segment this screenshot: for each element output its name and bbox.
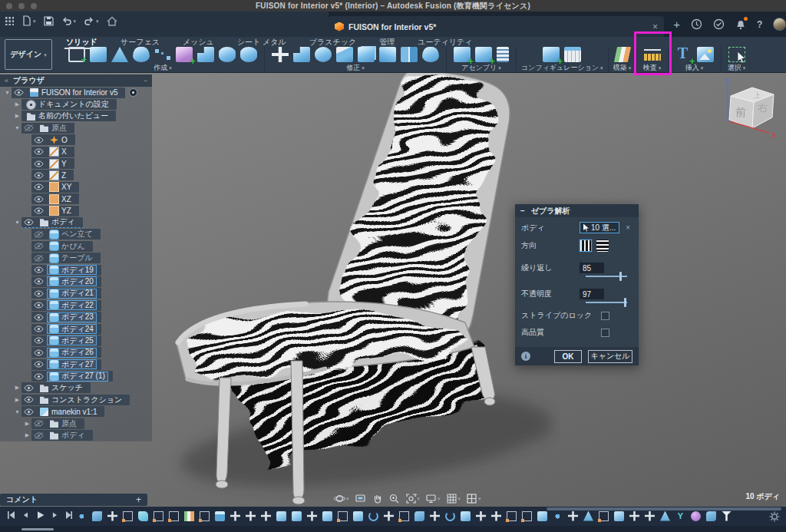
viewcube-right-label[interactable]: 右 — [758, 102, 768, 114]
add-comment-icon[interactable]: + — [136, 494, 141, 505]
insert-canvas-icon[interactable] — [697, 47, 714, 62]
timeline-feature-triangle-icon[interactable] — [660, 511, 670, 521]
line-icon[interactable] — [154, 47, 171, 62]
comment-bar[interactable]: コメント + — [0, 494, 147, 506]
timeline-feature-sketch-icon[interactable] — [338, 511, 348, 521]
visibility-eye-off-icon[interactable] — [34, 255, 44, 262]
opacity-slider[interactable] — [586, 298, 627, 307]
tree-chevron-icon[interactable]: ▶ — [23, 421, 31, 427]
visibility-eye-icon[interactable] — [34, 196, 44, 203]
file-menu-button[interactable]: ▾ — [21, 15, 36, 26]
clear-selection-icon[interactable]: × — [626, 223, 630, 232]
timeline-feature-spin-icon[interactable] — [368, 511, 378, 521]
browser-tree-item[interactable]: XY — [0, 181, 152, 193]
chair-model[interactable] — [130, 73, 560, 507]
pipe-icon[interactable] — [240, 47, 257, 62]
tree-chevron-icon[interactable]: ▶ — [13, 397, 21, 403]
browser-tree-item[interactable]: ▼manekin v1:1 — [0, 406, 152, 418]
browser-tree-item[interactable]: YZ — [0, 205, 152, 216]
visibility-eye-icon[interactable] — [34, 290, 44, 297]
ribbon-tab[interactable]: メッシュ — [181, 37, 216, 48]
dialog-header[interactable]: − ゼブラ解析 — [515, 204, 639, 217]
info-icon[interactable]: i — [521, 352, 530, 361]
browser-tree-item[interactable]: ボディ21 — [0, 288, 152, 299]
timeline-feature-cube-icon[interactable] — [322, 511, 332, 521]
repeat-slider[interactable] — [586, 272, 627, 281]
browser-tree-item[interactable]: Y — [0, 157, 152, 169]
visibility-eye-off-icon[interactable] — [24, 124, 34, 131]
timeline-feature-form-icon[interactable] — [414, 511, 424, 521]
orbit-icon[interactable]: ▾ — [334, 493, 349, 504]
job-status-icon[interactable] — [713, 18, 725, 30]
ribbon-tab[interactable]: サーフェス — [119, 37, 161, 48]
visibility-eye-icon[interactable] — [24, 219, 34, 226]
timeline-feature-move-icon[interactable] — [246, 511, 256, 521]
replace-face-icon[interactable] — [379, 47, 396, 62]
new-component-icon[interactable] — [454, 47, 471, 62]
step-forward-icon[interactable] — [50, 511, 59, 520]
browser-collapse-icon[interactable]: « — [5, 77, 8, 84]
timeline-feature-move-icon[interactable] — [307, 511, 317, 521]
ribbon-tab[interactable]: プラスチック — [308, 37, 358, 48]
body-selection-chip[interactable]: 10 選... — [580, 222, 619, 233]
opacity-slider-thumb[interactable] — [624, 298, 626, 307]
browser-tree-item[interactable]: ボディ20 — [0, 276, 152, 287]
lock-stripes-checkbox[interactable] — [601, 312, 609, 320]
box-icon[interactable] — [90, 47, 107, 62]
browser-tree-item[interactable]: ボディ23 — [0, 311, 152, 322]
dialog-collapse-icon[interactable]: − — [520, 207, 525, 215]
construction-plane-icon[interactable] — [613, 47, 630, 62]
timeline-feature-move-icon[interactable] — [491, 511, 501, 521]
home-icon[interactable] — [107, 16, 117, 26]
visibility-eye-off-icon[interactable] — [34, 432, 44, 439]
timeline-feature-move-icon[interactable] — [476, 511, 486, 521]
skip-end-icon[interactable] — [64, 511, 74, 520]
viewports-icon[interactable]: ▾ — [466, 493, 481, 504]
display-settings-icon[interactable]: ▾ — [425, 493, 441, 504]
ribbon-group-label[interactable]: 構築▾ — [613, 63, 632, 73]
mac-close-button[interactable] — [6, 3, 12, 9]
viewcube-top-label[interactable]: 上 — [754, 91, 761, 99]
document-tab[interactable]: FUISON for Interior v5* × — [329, 16, 664, 37]
browser-tree-item[interactable]: ▶名前の付いたビュー — [0, 111, 152, 122]
tree-chevron-icon[interactable]: ▶ — [13, 113, 21, 119]
browser-tree-item[interactable]: テーブル — [0, 252, 152, 263]
model-viewport[interactable]: 前 右 上 Z X « ブラウザ − ▼FUISON for Interior … — [0, 73, 786, 507]
new-tab-button[interactable]: + — [673, 18, 680, 31]
tree-chevron-icon[interactable]: ▼ — [13, 125, 21, 131]
tree-chevron-icon[interactable]: ▶ — [23, 432, 31, 438]
timeline-scroll-thumb[interactable] — [21, 528, 54, 530]
visibility-eye-icon[interactable] — [34, 183, 44, 190]
create-sketch-icon[interactable] — [68, 47, 85, 62]
shell-icon[interactable] — [336, 47, 353, 62]
visibility-eye-icon[interactable] — [34, 278, 44, 285]
ribbon-tab[interactable]: シート メタル — [236, 37, 288, 48]
browser-tree-item[interactable]: ボディ27 (1) — [0, 370, 152, 382]
timeline-settings-gear-icon[interactable] — [769, 511, 780, 522]
cone-icon[interactable] — [111, 47, 128, 62]
timeline-feature-form-icon[interactable] — [92, 511, 102, 521]
view-cube[interactable]: 前 右 上 Z X — [715, 78, 784, 145]
timeline-feature-form-icon[interactable] — [706, 511, 716, 521]
extensions-icon[interactable] — [691, 18, 702, 30]
ribbon-tab[interactable]: 管理 — [378, 37, 396, 48]
browser-minimize-icon[interactable]: − — [144, 77, 147, 84]
notifications-bell-icon[interactable] — [735, 18, 746, 30]
viewcube-front-label[interactable]: 前 — [735, 106, 746, 118]
timeline-feature-sketch-icon[interactable] — [522, 511, 532, 521]
visibility-eye-icon[interactable] — [24, 396, 34, 403]
timeline-feature-move-icon[interactable] — [629, 511, 639, 521]
zoom-icon[interactable] — [388, 493, 400, 504]
workspace-selector[interactable]: デザイン ▾ — [5, 39, 52, 70]
split-body-icon[interactable] — [401, 47, 418, 62]
ribbon-tab[interactable]: ユーティリティ — [416, 37, 474, 48]
browser-tree-item[interactable]: ボディ25 — [0, 335, 152, 346]
timeline-feature-sphere-icon[interactable] — [691, 511, 701, 521]
timeline-feature-move-icon[interactable] — [107, 511, 117, 521]
visibility-eye-off-icon[interactable] — [34, 420, 44, 427]
app-grid-icon[interactable] — [5, 16, 14, 25]
save-button[interactable] — [44, 16, 54, 26]
visibility-eye-icon[interactable] — [34, 172, 44, 179]
browser-tree-item[interactable]: ▶スケッチ — [0, 382, 152, 394]
timeline-feature-sketch-icon[interactable] — [399, 511, 409, 521]
